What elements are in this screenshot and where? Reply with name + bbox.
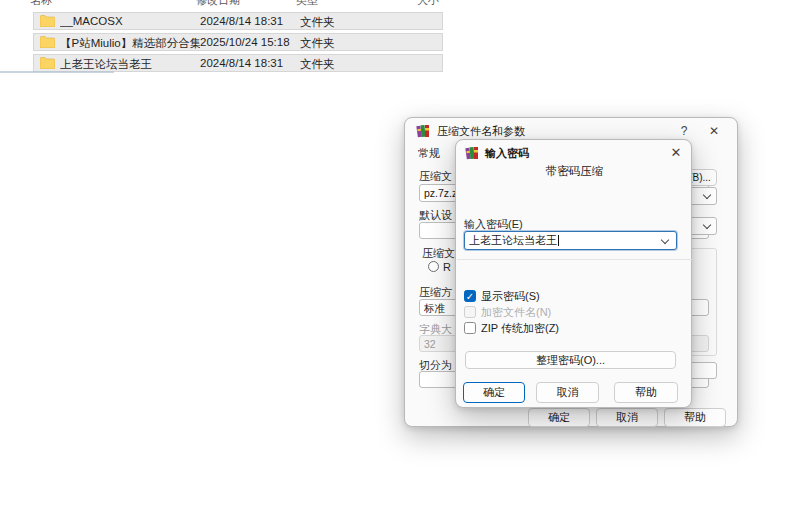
archive-dialog-title: 压缩文件名和参数: [437, 124, 525, 139]
encrypt-names-label: 加密文件名(N): [481, 305, 551, 320]
show-password-label[interactable]: 显示密码(S): [481, 289, 540, 304]
cancel-button[interactable]: 取消: [536, 382, 599, 403]
file-list: 名称 修改日期 类型 大小 __MACOSX 2024/8/14 18:31 文…: [0, 0, 450, 80]
close-icon[interactable]: ✕: [705, 123, 723, 139]
password-label: 输入密码(E): [464, 217, 523, 232]
help-icon[interactable]: ?: [675, 123, 693, 139]
folder-icon: [40, 57, 55, 69]
file-date: 2025/10/24 15:18: [200, 36, 300, 48]
password-dialog-title: 输入密码: [485, 146, 529, 161]
organize-passwords-button[interactable]: 整理密码(O)...: [465, 351, 676, 369]
help-button[interactable]: 帮助: [664, 408, 726, 427]
zip-legacy-checkbox[interactable]: [464, 322, 476, 334]
encrypt-names-checkbox: [464, 306, 476, 318]
cancel-button[interactable]: 取消: [596, 408, 658, 427]
column-header-date[interactable]: 修改日期: [196, 0, 240, 8]
column-header-name[interactable]: 名称: [30, 0, 52, 8]
folder-icon: [40, 15, 55, 27]
separator: [457, 259, 692, 260]
ok-button[interactable]: 确定: [463, 382, 525, 403]
profiles-label: 默认设: [419, 208, 452, 223]
file-row[interactable]: __MACOSX 2024/8/14 18:31 文件夹: [33, 12, 443, 30]
column-header-type[interactable]: 类型: [296, 0, 318, 8]
help-button[interactable]: 帮助: [614, 382, 678, 403]
file-type: 文件夹: [300, 57, 380, 72]
winrar-icon: [416, 124, 432, 138]
close-icon[interactable]: ✕: [667, 145, 685, 161]
pane-divider: [0, 71, 114, 73]
text-caret: [558, 235, 559, 246]
show-password-checkbox[interactable]: ✓: [464, 290, 476, 302]
file-name: __MACOSX: [60, 15, 200, 27]
file-type: 文件夹: [300, 15, 380, 30]
file-name: 上老王论坛当老王: [60, 57, 200, 72]
file-date: 2024/8/14 18:31: [200, 57, 300, 69]
format-radio-label: R: [443, 261, 451, 273]
file-row[interactable]: 【P站Miulio】精选部分合集 2025/10/24 15:18 文件夹: [33, 33, 443, 51]
column-header-size[interactable]: 大小: [417, 0, 439, 8]
zip-legacy-label[interactable]: ZIP 传统加密(Z): [481, 321, 559, 336]
format-radio[interactable]: [428, 261, 439, 272]
password-value: 上老王论坛当老王: [469, 234, 557, 246]
archive-name-label: 压缩文: [419, 169, 452, 184]
folder-icon: [40, 36, 55, 48]
file-name: 【P站Miulio】精选部分合集: [60, 36, 200, 51]
password-input[interactable]: 上老王论坛当老王: [464, 231, 677, 250]
tab-general[interactable]: 常规: [418, 146, 440, 161]
file-type: 文件夹: [300, 36, 380, 51]
format-group-label: 压缩文: [422, 246, 455, 261]
file-row[interactable]: 上老王论坛当老王 2024/8/14 18:31 文件夹: [33, 54, 443, 72]
file-date: 2024/8/14 18:31: [200, 15, 300, 27]
method-label: 压缩方: [419, 285, 452, 300]
password-dialog: 输入密码 ✕ 带密码压缩 输入密码(E) 上老王论坛当老王 ✓ 显示密码(S) …: [455, 139, 692, 408]
ok-button[interactable]: 确定: [528, 408, 590, 427]
password-dialog-heading: 带密码压缩: [456, 164, 693, 179]
winrar-icon: [465, 146, 481, 160]
